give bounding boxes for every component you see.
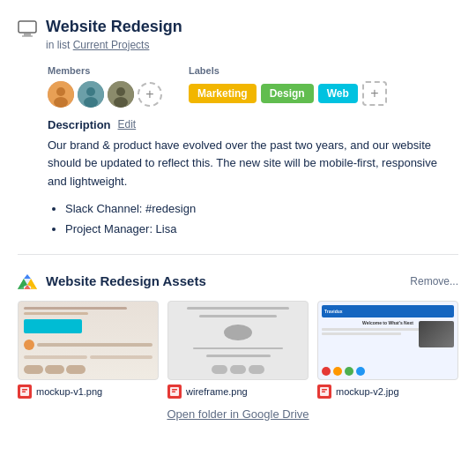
avatar-img-2	[78, 81, 104, 108]
section-divider	[18, 254, 458, 255]
svg-point-11	[114, 97, 128, 108]
open-folder-button[interactable]: Open folder in Google Drive	[18, 407, 458, 421]
file-icon-mockup1	[18, 385, 32, 399]
svg-rect-30	[322, 389, 327, 391]
members-row: +	[48, 81, 162, 108]
members-block: Members	[48, 65, 162, 108]
description-title: Description	[48, 118, 111, 131]
labels-block: Labels Marketing Design Web +	[189, 65, 387, 108]
avatar-img-1	[48, 81, 74, 108]
thumbnail-mockup2: Travidux Welcome to What's Next	[317, 301, 458, 380]
file-info-mockup1: mockup-v1.png	[18, 385, 159, 399]
svg-point-5	[54, 97, 68, 108]
avatar-2[interactable]	[78, 81, 104, 108]
attachment-title-row: Website Redesign Assets	[18, 273, 206, 290]
add-label-button[interactable]: +	[362, 81, 387, 106]
svg-point-10	[116, 87, 125, 96]
drive-icon	[18, 273, 37, 290]
remove-button[interactable]: Remove...	[410, 275, 458, 288]
svg-marker-16	[24, 274, 31, 279]
file-icon-wireframe	[167, 385, 182, 399]
attachment-header: Website Redesign Assets Remove...	[18, 273, 458, 290]
svg-marker-18	[31, 279, 37, 289]
avatar-img-3	[108, 81, 134, 108]
bullet-1: Slack Channel: #redesign	[65, 198, 458, 219]
thumbnails-row: mockup-v1.png	[18, 301, 458, 399]
file-icon-mockup2	[317, 385, 331, 399]
file-item-mockup1[interactable]: mockup-v1.png	[18, 301, 159, 399]
description-body: Our brand & product have evolved over th…	[48, 137, 458, 191]
thumbnail-wireframe	[167, 301, 309, 380]
card-header: Website Redesign in list Current Project…	[18, 18, 458, 51]
svg-rect-0	[19, 21, 36, 33]
members-label: Members	[48, 65, 162, 76]
filename-wireframe: wireframe.png	[186, 386, 248, 397]
description-header: Description Edit	[48, 118, 458, 131]
list-link[interactable]: Current Projects	[73, 39, 150, 51]
description-area: Description Edit Our brand & product hav…	[48, 118, 458, 240]
svg-point-7	[86, 87, 95, 96]
label-web[interactable]: Web	[318, 84, 358, 103]
labels-label: Labels	[189, 65, 387, 76]
attachment-title-text: Website Redesign Assets	[46, 273, 206, 288]
svg-marker-17	[18, 279, 24, 289]
file-item-wireframe[interactable]: wireframe.png	[167, 301, 309, 399]
svg-rect-31	[322, 391, 325, 392]
edit-description-button[interactable]: Edit	[118, 118, 137, 131]
filename-mockup1: mockup-v1.png	[36, 386, 102, 397]
description-bullets: Slack Channel: #redesign Project Manager…	[48, 198, 458, 240]
file-item-mockup2[interactable]: Travidux Welcome to What's Next	[317, 301, 458, 399]
in-list-text: in list Current Projects	[46, 39, 182, 51]
svg-point-4	[56, 87, 65, 96]
card-icon	[18, 20, 37, 38]
svg-rect-22	[22, 389, 27, 391]
card-title: Website Redesign	[46, 18, 182, 37]
avatar-1[interactable]	[48, 81, 74, 108]
add-member-button[interactable]: +	[138, 82, 162, 107]
filename-mockup2: mockup-v2.jpg	[336, 386, 399, 397]
labels-row: Marketing Design Web +	[189, 81, 387, 106]
card-title-area: Website Redesign in list Current Project…	[46, 18, 182, 51]
label-design[interactable]: Design	[261, 84, 314, 103]
thumbnail-mockup1	[18, 301, 159, 380]
members-labels-section: Members	[48, 65, 458, 108]
file-info-wireframe: wireframe.png	[167, 385, 309, 399]
bullet-2: Project Manager: Lisa	[65, 219, 458, 239]
label-marketing[interactable]: Marketing	[189, 84, 257, 103]
svg-point-8	[84, 97, 98, 108]
file-info-mockup2: mockup-v2.jpg	[317, 385, 458, 399]
svg-rect-23	[22, 391, 26, 392]
svg-rect-26	[172, 389, 177, 391]
svg-rect-27	[172, 391, 175, 392]
attachment-section: Website Redesign Assets Remove...	[18, 273, 458, 421]
avatar-3[interactable]	[108, 81, 134, 108]
